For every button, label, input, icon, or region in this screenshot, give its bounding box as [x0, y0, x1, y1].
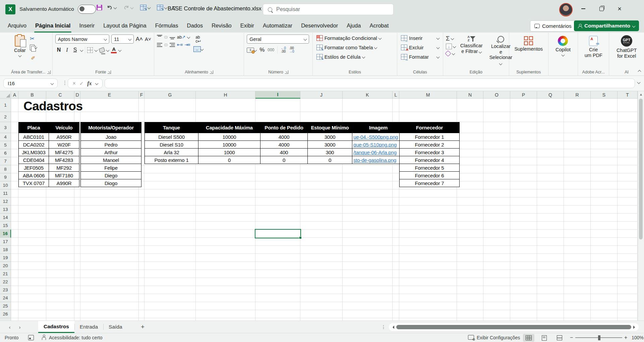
chatgpt-button[interactable]: GPTEXCEL ChatGPTfor Excel: [614, 35, 639, 59]
row-header-25[interactable]: 25: [0, 302, 11, 310]
horizontal-scroll-thumb[interactable]: [396, 325, 631, 329]
ribbon-tab-desenvolvedor[interactable]: Desenvolvedor: [297, 19, 342, 33]
table-cell[interactable]: MF7180: [49, 172, 79, 179]
paste-button[interactable]: Colar: [12, 35, 28, 57]
table-cell[interactable]: Fornecedor 1: [400, 133, 460, 141]
column-header-A[interactable]: A: [11, 91, 18, 99]
table-header[interactable]: Capacidade Máxima: [198, 122, 260, 133]
name-box[interactable]: I16: [3, 78, 58, 88]
table-cell[interactable]: Diesel S500: [145, 133, 198, 141]
sort-filter-button[interactable]: AZ Classificare Filtrar: [458, 35, 485, 69]
row-header-26[interactable]: 26: [0, 310, 11, 318]
italic-button[interactable]: I: [64, 47, 69, 53]
orientation-icon[interactable]: ab↗: [177, 35, 185, 40]
clear-button[interactable]: [446, 51, 456, 56]
fill-color-icon[interactable]: [99, 47, 105, 53]
table-cell[interactable]: MF292: [49, 164, 79, 172]
align-bottom-icon[interactable]: [170, 35, 175, 39]
table-cell[interactable]: Fornecedor 2: [400, 141, 460, 149]
table-cell[interactable]: 3000: [308, 141, 352, 149]
column-header-D[interactable]: D: [74, 91, 80, 99]
currency-format-button[interactable]: $: [247, 48, 256, 53]
table-cell[interactable]: Pedro: [81, 141, 141, 149]
share-button[interactable]: Compartilhamento: [574, 20, 639, 31]
formula-input[interactable]: [105, 78, 635, 88]
dialog-launcher-icon[interactable]: ↘: [47, 70, 51, 74]
row-header-24[interactable]: 24: [0, 294, 11, 302]
table-cell[interactable]: Fornecedor 3: [400, 149, 460, 156]
comments-button[interactable]: Comentários: [530, 20, 576, 32]
table-cell[interactable]: 4000: [260, 141, 308, 149]
column-header-O[interactable]: O: [483, 91, 510, 99]
horizontal-scrollbar[interactable]: [389, 323, 639, 331]
conditional-formatting-button[interactable]: Formatação Condicional: [315, 35, 394, 42]
table-cell[interactable]: Joao: [81, 133, 141, 141]
row-header-13[interactable]: 13: [0, 206, 11, 214]
table-header[interactable]: Veículo: [49, 122, 79, 133]
copilot-button[interactable]: Copilot: [553, 35, 573, 57]
table-cell[interactable]: 0: [308, 156, 352, 164]
column-header-C[interactable]: C: [46, 91, 74, 99]
image-link-cell[interactable]: /tanque-06-Arla.png: [352, 149, 405, 156]
table-header[interactable]: Placa: [19, 122, 49, 133]
column-header-G[interactable]: G: [144, 91, 196, 99]
row-header-4[interactable]: 4: [0, 133, 11, 141]
excel-app-icon[interactable]: X: [5, 4, 15, 14]
table-cell[interactable]: 4000: [260, 133, 308, 141]
table-cell[interactable]: MF4283: [49, 156, 79, 164]
qat-table-button-1[interactable]: [140, 5, 150, 10]
previous-sheet-icon[interactable]: ‹: [5, 321, 15, 333]
autosave-toggle[interactable]: [78, 5, 96, 14]
page-layout-view-button[interactable]: [538, 334, 550, 342]
table-cell[interactable]: 10000: [198, 141, 260, 149]
merge-center-button[interactable]: ↔: [193, 46, 203, 52]
row-header-2[interactable]: 2: [0, 112, 11, 122]
dialog-launcher-icon[interactable]: ↘: [108, 70, 111, 74]
column-header-S[interactable]: S: [591, 91, 618, 99]
column-header-N[interactable]: N: [457, 91, 483, 99]
percent-style-button[interactable]: %: [259, 47, 265, 53]
display-settings-button[interactable]: Exibir Configurações: [477, 335, 520, 340]
accessibility-status[interactable]: Acessibilidade: tudo certo: [49, 335, 103, 340]
sheet-tab-entrada[interactable]: Entrada: [74, 321, 103, 333]
scroll-right-icon[interactable]: [633, 326, 637, 329]
column-header-B[interactable]: B: [18, 91, 46, 99]
table-cell[interactable]: Arthur: [81, 149, 141, 156]
ribbon-tab-automatizar[interactable]: Automatizar: [258, 19, 297, 33]
column-header-T[interactable]: T: [618, 91, 638, 99]
create-pdf-button[interactable]: Crieum PDF: [583, 35, 604, 59]
page-break-view-button[interactable]: [554, 334, 565, 342]
row-header-1[interactable]: 1: [0, 99, 11, 112]
increase-font-icon[interactable]: A˄: [136, 36, 143, 43]
zoom-slider-thumb[interactable]: [598, 335, 600, 340]
zoom-in-button[interactable]: +: [624, 335, 627, 341]
column-header-P[interactable]: P: [510, 91, 537, 99]
table-cell[interactable]: Diogo: [81, 179, 141, 187]
ribbon-tab-f-rmulas[interactable]: Fórmulas: [151, 19, 183, 33]
row-header-3[interactable]: 3: [0, 122, 11, 133]
qat-table-button-2[interactable]: [157, 5, 167, 10]
format-cells-button[interactable]: ↔Formatar: [400, 53, 440, 60]
table-cell[interactable]: W20F: [49, 141, 79, 149]
table-cell[interactable]: A990R: [49, 179, 79, 187]
table-cell[interactable]: Fornecedor 5: [400, 164, 460, 172]
table-cell[interactable]: A950R: [49, 133, 79, 141]
search-input[interactable]: [276, 6, 371, 13]
row-header-21[interactable]: 21: [0, 270, 11, 278]
row-header-5[interactable]: 5: [0, 141, 11, 149]
ribbon-tab-ajuda[interactable]: Ajuda: [342, 19, 365, 33]
table-cell[interactable]: 0: [260, 156, 308, 164]
image-link-cell[interactable]: que-05-S10png.png: [352, 141, 405, 149]
macro-record-icon[interactable]: [28, 335, 34, 340]
row-header-12[interactable]: 12: [0, 197, 11, 206]
row-header-11[interactable]: 11: [0, 189, 11, 197]
row-header-17[interactable]: 17: [0, 238, 11, 246]
comma-style-button[interactable]: 000: [268, 48, 274, 52]
row-header-9[interactable]: 9: [0, 173, 11, 181]
align-left-icon[interactable]: [157, 43, 162, 47]
font-name-select[interactable]: Aptos Narrow: [55, 35, 110, 44]
format-as-table-button[interactable]: ✎Formatar como Tabela: [315, 44, 394, 51]
table-cell[interactable]: MF4275: [49, 149, 79, 156]
font-color-icon[interactable]: A: [111, 47, 117, 53]
table-cell[interactable]: ABC0101: [19, 133, 49, 141]
